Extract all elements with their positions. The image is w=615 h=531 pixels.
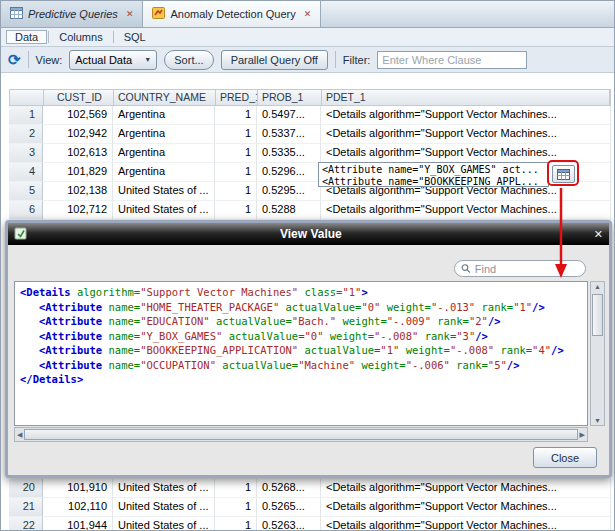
cell-cust-id: 102,110 [43,498,113,517]
scroll-left-icon[interactable]: ◀ [17,431,22,438]
cell-pred-1: 1 [215,106,257,125]
cell-cust-id: 101,944 [43,517,113,531]
tab-anomaly-detection-query[interactable]: Anomaly Detection Query ✕ [143,1,321,27]
tab-label: Anomaly Detection Query [170,8,295,20]
row-number: 21 [9,498,43,517]
row-number: 2 [9,125,43,144]
dialog-title: View Value [28,227,594,241]
separator [28,51,29,68]
row-number: 22 [9,517,43,531]
filter-input[interactable] [377,51,527,69]
separator [48,31,49,43]
view-select[interactable]: Actual Data ▼ [69,50,157,70]
cell-pred-1: 1 [215,182,257,201]
cell-pred-1: 1 [215,163,257,182]
cell-pdet-1: <Details algorithm="Support Vector Machi… [321,106,611,125]
table-row[interactable]: 20 101,910 United States of ... 1 0.5268… [9,479,611,498]
cell-country-name: United States of ... [113,498,215,517]
cell-country-name: United States of ... [113,201,215,220]
cell-prob-1: 0.5268... [257,479,321,498]
parallel-query-button[interactable]: Parallel Query Off [221,50,328,70]
find-box[interactable] [454,260,586,277]
cell-cust-id: 102,613 [43,144,113,163]
separator [335,51,336,68]
vertical-scrollbar[interactable]: ▲ ▼ [590,281,605,426]
scrollbar-thumb[interactable] [24,429,577,440]
table-row[interactable]: 22 101,944 United States of ... 1 0.5263… [9,517,611,531]
cell-country-name: United States of ... [113,182,215,201]
cell-country-name: United States of ... [113,517,215,531]
table-row[interactable]: 1 102,569 Argentina 1 0.5497... <Details… [9,106,611,125]
result-subtabs: Data Columns SQL [1,28,614,47]
column-header-pdet-1[interactable]: PDET_1 [322,90,610,105]
sort-button[interactable]: Sort... [164,50,213,70]
cell-prob-1: 0.5265... [257,498,321,517]
close-button[interactable]: Close [533,447,597,468]
cell-prob-1: 0.5335... [257,144,321,163]
refresh-icon[interactable]: ⟳ [8,52,21,67]
scroll-up-icon[interactable]: ▲ [594,283,601,290]
column-header-cust-id[interactable]: CUST_ID [44,90,114,105]
cell-cust-id: 102,569 [43,106,113,125]
tab-label: Predictive Queries [28,8,118,20]
grid-rows-bottom: 20 101,910 United States of ... 1 0.5268… [9,479,611,531]
table-icon [10,7,23,21]
tab-columns[interactable]: Columns [50,30,111,44]
cell-pred-1: 1 [215,125,257,144]
cell-cust-id: 101,829 [43,163,113,182]
cell-pdet-1: <Details algorithm="Support Vector Machi… [321,517,611,531]
row-number: 6 [9,201,43,220]
row-number: 1 [9,106,43,125]
horizontal-scrollbar[interactable]: ◀ ▶ [14,427,588,442]
cell-pdet-1: <Details algorithm="Support Vector Machi… [321,498,611,517]
grid-icon [557,169,570,180]
view-value-dialog: View Value ✕ <Details algorithm="Support… [5,220,612,478]
find-input[interactable] [475,263,579,275]
column-header-prob-1[interactable]: PROB_1 [258,90,322,105]
close-icon[interactable]: ✕ [126,9,134,19]
cell-prob-1: 0.5288 [257,201,321,220]
view-label: View: [36,54,63,66]
filter-label: Filter: [343,54,371,66]
cell-pred-1: 1 [215,201,257,220]
cell-country-name: Argentina [113,125,215,144]
tab-predictive-queries[interactable]: Predictive Queries ✕ [1,1,143,27]
scroll-right-icon[interactable]: ▶ [580,431,585,438]
cell-value-popup: <Attribute name="Y_BOX_GAMES" act... <At… [318,162,549,187]
cell-pred-1: 1 [215,144,257,163]
table-row[interactable]: 21 102,110 United States of ... 1 0.5265… [9,498,611,517]
cell-prob-1: 0.5296... [257,163,321,182]
close-icon[interactable]: ✕ [594,228,603,241]
cell-pdet-1: <Details algorithm="Support Vector Machi… [321,144,611,163]
cell-prob-1: 0.5337... [257,125,321,144]
scroll-down-icon[interactable]: ▼ [594,417,601,424]
cell-cust-id: 102,942 [43,125,113,144]
column-header-pred-1[interactable]: PRED_1 [216,90,258,105]
row-number: 5 [9,182,43,201]
cell-prob-1: 0.5263... [257,517,321,531]
app-window: Predictive Queries ✕ Anomaly Detection Q… [0,0,615,531]
cell-pred-1: 1 [215,479,257,498]
tab-sql[interactable]: SQL [115,30,155,44]
column-header-country-name[interactable]: COUNTRY_NAME [114,90,216,105]
cell-cust-id: 101,910 [43,479,113,498]
view-value-button[interactable] [552,165,575,183]
data-toolbar: ⟳ View: Actual Data ▼ Sort... Parallel Q… [1,47,614,73]
view-select-value: Actual Data [75,54,132,66]
cell-pdet-1: <Details algorithm="Support Vector Machi… [321,479,611,498]
cell-prob-1: 0.5497... [257,106,321,125]
cell-country-name: Argentina [113,144,215,163]
table-row[interactable]: 3 102,613 Argentina 1 0.5335... <Details… [9,144,611,163]
table-row[interactable]: 6 102,712 United States of ... 1 0.5288 … [9,201,611,220]
table-row[interactable]: 2 102,942 Argentina 1 0.5337... <Details… [9,125,611,144]
value-content[interactable]: <Details algorithm="Support Vector Machi… [14,281,588,426]
scrollbar-thumb[interactable] [592,294,603,336]
dialog-titlebar[interactable]: View Value ✕ [8,223,609,245]
cell-pdet-1: <Details algorithm="Support Vector Machi… [321,125,611,144]
chevron-down-icon: ▼ [144,56,151,63]
column-header-rownum [10,90,44,105]
tab-data[interactable]: Data [6,30,47,44]
search-icon [461,263,471,274]
query-icon [152,7,165,21]
close-icon[interactable]: ✕ [304,9,312,19]
